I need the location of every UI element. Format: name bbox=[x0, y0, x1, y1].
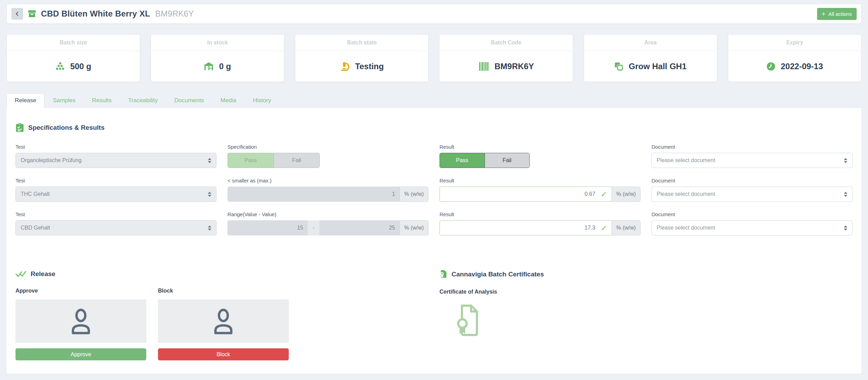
test-field: Test Organoleptische Prüfung bbox=[15, 144, 216, 168]
specification-field: Specification Pass Fail bbox=[227, 144, 428, 168]
field-label: Test bbox=[15, 144, 216, 150]
approve-button[interactable]: Approve bbox=[15, 348, 146, 360]
back-button[interactable] bbox=[11, 8, 23, 20]
seeds-icon bbox=[55, 62, 65, 71]
pass-option: Pass bbox=[228, 153, 274, 168]
test-field: Test THC Gehalt bbox=[15, 178, 216, 202]
stat-card-value: BM9RK6Y bbox=[495, 62, 534, 71]
section-title: Specifications & Results bbox=[28, 124, 105, 131]
document-field: Document Please select document bbox=[652, 178, 853, 202]
select-carets-icon bbox=[844, 192, 847, 197]
select-carets-icon bbox=[844, 158, 847, 163]
result-group: 0.67 ✓ % (w/w) bbox=[440, 187, 641, 202]
section-title: Release bbox=[31, 270, 55, 278]
result-input[interactable]: 0.67 ✓ bbox=[440, 187, 612, 202]
tab-history[interactable]: History bbox=[245, 93, 279, 108]
stat-card-label: Expiry bbox=[728, 35, 861, 51]
approve-column: Approve Approve bbox=[15, 288, 146, 360]
unit-addon: % (w/w) bbox=[400, 220, 428, 235]
field-label: Test bbox=[15, 178, 216, 183]
pass-button[interactable]: Pass bbox=[440, 153, 485, 168]
tab-traceability[interactable]: Traceability bbox=[120, 93, 166, 108]
block-column: Block Block bbox=[158, 288, 289, 360]
page: CBD Blüten White Berry XL BM9RK6Y + All … bbox=[0, 0, 868, 374]
result-input[interactable]: 17.3 ✓ bbox=[440, 220, 612, 235]
barcode-icon bbox=[478, 62, 489, 71]
area-icon bbox=[614, 62, 623, 71]
test-select: Organoleptische Prüfung bbox=[15, 153, 216, 168]
select-carets-icon bbox=[844, 225, 847, 231]
stat-cards-row: Batch size 500 g In stock 0 g bbox=[7, 34, 861, 82]
spec-passfail-toggle: Pass Fail bbox=[227, 153, 320, 168]
certificates-section: Cannavigia Batch Certificates Certificat… bbox=[440, 270, 853, 360]
specification-field: Range(Value - Value) 15 - 25 % (w/w) bbox=[227, 211, 428, 235]
document-select[interactable]: Please select document bbox=[652, 187, 853, 202]
page-code: BM9RK6Y bbox=[155, 9, 194, 19]
range-spec-group: 15 - 25 % (w/w) bbox=[227, 220, 428, 235]
document-select[interactable]: Please select document bbox=[652, 153, 853, 168]
tab-samples[interactable]: Samples bbox=[44, 93, 84, 108]
result-group: 17.3 ✓ % (w/w) bbox=[440, 220, 641, 235]
document-field: Document Please select document bbox=[652, 211, 853, 235]
bottom-section: Release Approve Approve bbox=[15, 270, 853, 360]
range-max-input: 25 bbox=[319, 220, 400, 235]
test-select: THC Gehalt bbox=[15, 187, 216, 202]
all-actions-button[interactable]: + All actions bbox=[817, 8, 857, 20]
tab-release[interactable]: Release bbox=[7, 93, 44, 108]
tab-documents[interactable]: Documents bbox=[166, 93, 212, 108]
check-double-icon bbox=[15, 270, 27, 278]
field-label: Document bbox=[652, 144, 853, 150]
field-label: Range(Value - Value) bbox=[227, 211, 428, 217]
approve-label: Approve bbox=[15, 288, 146, 294]
field-label: Test bbox=[15, 211, 216, 217]
stat-card-value: 2022-09-13 bbox=[781, 62, 823, 71]
certificate-small-icon bbox=[440, 270, 447, 278]
field-label: Result bbox=[440, 178, 641, 183]
block-label: Block bbox=[158, 288, 289, 294]
select-carets-icon bbox=[208, 192, 211, 197]
specification-field: < smaller as (max.) 1 % (w/w) bbox=[227, 178, 428, 202]
stat-card-label: In stock bbox=[151, 35, 284, 51]
clock-icon bbox=[766, 62, 775, 71]
certificate-of-analysis-icon[interactable] bbox=[456, 304, 481, 338]
tab-results[interactable]: Results bbox=[84, 93, 120, 108]
result-passfail-toggle: Pass Fail bbox=[440, 153, 530, 168]
select-carets-icon bbox=[208, 225, 211, 231]
stat-card-label: Batch size bbox=[7, 35, 140, 51]
check-icon: ✓ bbox=[601, 190, 607, 199]
field-label: Result bbox=[440, 144, 641, 150]
max-spec-group: 1 % (w/w) bbox=[227, 187, 428, 202]
coa-label: Certificate of Analysis bbox=[440, 289, 853, 295]
field-label: Result bbox=[440, 211, 641, 217]
unit-addon: % (w/w) bbox=[612, 187, 641, 202]
stat-card-label: Batch state bbox=[295, 35, 428, 51]
tab-media[interactable]: Media bbox=[212, 93, 244, 108]
batch-box-icon bbox=[28, 9, 36, 18]
document-field: Document Please select document bbox=[652, 144, 853, 168]
check-icon: ✓ bbox=[601, 224, 607, 232]
test-field: Test CBD Gehalt bbox=[15, 211, 216, 235]
result-field: Result Pass Fail bbox=[440, 144, 641, 168]
stat-card-value: 500 g bbox=[70, 62, 91, 71]
stat-card-value: 0 g bbox=[219, 62, 231, 71]
tab-bar: Release Samples Results Traceability Doc… bbox=[7, 93, 861, 108]
approve-signature-box bbox=[15, 299, 146, 343]
field-label: < smaller as (max.) bbox=[227, 178, 428, 183]
stat-card-area: Area Grow Hall GH1 bbox=[584, 34, 717, 82]
clipboard-icon bbox=[15, 123, 24, 132]
block-signature-box bbox=[158, 299, 289, 343]
release-section: Release Approve Approve bbox=[15, 270, 428, 360]
field-label: Specification bbox=[227, 144, 428, 150]
stat-card-label: Area bbox=[584, 35, 717, 51]
stat-card-expiry: Expiry 2022-09-13 bbox=[728, 34, 861, 82]
document-select[interactable]: Please select document bbox=[652, 220, 853, 235]
select-carets-icon bbox=[208, 158, 211, 163]
result-field: Result 17.3 ✓ % (w/w) bbox=[440, 211, 641, 235]
microscope-icon bbox=[340, 62, 350, 71]
specifications-heading: Specifications & Results bbox=[15, 123, 853, 132]
stat-card-batch-code: Batch Code BM9RK6Y bbox=[439, 34, 573, 82]
block-button[interactable]: Block bbox=[158, 348, 289, 360]
max-value-input: 1 bbox=[227, 187, 400, 202]
fail-button[interactable]: Fail bbox=[485, 153, 530, 168]
field-label: Document bbox=[652, 178, 853, 183]
